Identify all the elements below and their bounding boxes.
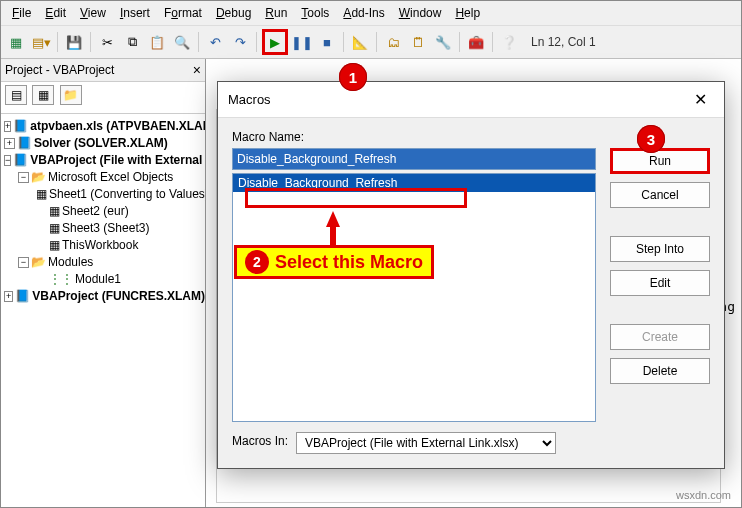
- menu-debug[interactable]: Debug: [209, 3, 258, 23]
- menu-format[interactable]: Format: [157, 3, 209, 23]
- project-explorer-titlebar: Project - VBAProject ×: [1, 59, 205, 82]
- annotation-select-label: 2 Select this Macro: [234, 245, 434, 279]
- tree-solver[interactable]: Solver (SOLVER.XLAM): [34, 135, 168, 152]
- object-browser-icon[interactable]: 🔧: [432, 31, 454, 53]
- tree-module1[interactable]: Module1: [75, 271, 121, 288]
- tree-excel-objects[interactable]: Microsoft Excel Objects: [48, 169, 173, 186]
- menu-tools[interactable]: Tools: [294, 3, 336, 23]
- watermark: wsxdn.com: [676, 489, 731, 501]
- project-explorer-mini-toolbar: ▤ ▦ 📁: [1, 82, 205, 114]
- design-mode-icon[interactable]: 📐: [349, 31, 371, 53]
- close-icon[interactable]: ✕: [686, 90, 714, 109]
- menu-window[interactable]: Window: [392, 3, 449, 23]
- tree-vbaproject-main[interactable]: VBAProject (File with External Link.xlsx…: [30, 152, 205, 169]
- annotation-arrow-stem: [330, 226, 336, 246]
- menu-bar: File Edit View Insert Format Debug Run T…: [1, 1, 741, 26]
- edit-button[interactable]: Edit: [610, 270, 710, 296]
- view-object-icon[interactable]: ▦: [32, 85, 54, 105]
- toolbar: ▦ ▤▾ 💾 ✂ ⧉ 📋 🔍 ↶ ↷ ▶ ❚❚ ■ 📐 🗂 🗒 🔧 🧰 ❔ Ln…: [1, 26, 741, 59]
- macros-dialog-title: Macros: [228, 92, 271, 107]
- annotation-select-highlight: [245, 188, 467, 208]
- tree-sheet2[interactable]: Sheet2 (eur): [62, 203, 129, 220]
- project-explorer-icon[interactable]: 🗂: [382, 31, 404, 53]
- tree-funcres[interactable]: VBAProject (FUNCRES.XLAM): [32, 288, 205, 305]
- project-explorer-title: Project - VBAProject: [5, 63, 114, 77]
- macros-dialog-titlebar: Macros ✕: [218, 82, 724, 118]
- cancel-button[interactable]: Cancel: [610, 182, 710, 208]
- toolbox-icon[interactable]: 🧰: [465, 31, 487, 53]
- toggle-folders-icon[interactable]: 📁: [60, 85, 82, 105]
- find-icon[interactable]: 🔍: [171, 31, 193, 53]
- tree-atpvbaen[interactable]: atpvbaen.xls (ATPVBAEN.XLAM): [30, 118, 205, 135]
- annotation-step-1: 1: [339, 63, 367, 91]
- redo-icon[interactable]: ↷: [229, 31, 251, 53]
- tree-sheet3[interactable]: Sheet3 (Sheet3): [62, 220, 149, 237]
- insert-dropdown-icon[interactable]: ▤▾: [30, 31, 52, 53]
- cursor-position: Ln 12, Col 1: [531, 35, 596, 49]
- annotation-step-3: 3: [637, 125, 665, 153]
- macro-listbox[interactable]: Disable_Background_Refresh: [232, 173, 596, 422]
- run-macro-icon[interactable]: ▶: [262, 29, 288, 55]
- help-icon[interactable]: ❔: [498, 31, 520, 53]
- create-button: Create: [610, 324, 710, 350]
- cut-icon[interactable]: ✂: [96, 31, 118, 53]
- macros-in-select[interactable]: VBAProject (File with External Link.xlsx…: [296, 432, 556, 454]
- save-icon[interactable]: 💾: [63, 31, 85, 53]
- tree-modules-folder[interactable]: Modules: [48, 254, 93, 271]
- menu-file[interactable]: File: [5, 3, 38, 23]
- macro-name-label: Macro Name:: [232, 130, 596, 144]
- undo-icon[interactable]: ↶: [204, 31, 226, 53]
- properties-icon[interactable]: 🗒: [407, 31, 429, 53]
- view-code-icon[interactable]: ▤: [5, 85, 27, 105]
- menu-addins[interactable]: Add-Ins: [336, 3, 391, 23]
- pause-icon[interactable]: ❚❚: [291, 31, 313, 53]
- run-button[interactable]: Run: [610, 148, 710, 174]
- copy-icon[interactable]: ⧉: [121, 31, 143, 53]
- step-into-button[interactable]: Step Into: [610, 236, 710, 262]
- menu-edit[interactable]: Edit: [38, 3, 73, 23]
- project-explorer: Project - VBAProject × ▤ ▦ 📁 +📘atpvbaen.…: [1, 59, 206, 508]
- annotation-arrow: [326, 211, 340, 227]
- paste-icon[interactable]: 📋: [146, 31, 168, 53]
- project-tree[interactable]: +📘atpvbaen.xls (ATPVBAEN.XLAM) +📘Solver …: [1, 114, 205, 305]
- tree-sheet1[interactable]: Sheet1 (Converting to Values): [49, 186, 205, 203]
- macro-name-input[interactable]: [232, 148, 596, 170]
- excel-icon[interactable]: ▦: [5, 31, 27, 53]
- delete-button[interactable]: Delete: [610, 358, 710, 384]
- menu-run[interactable]: Run: [258, 3, 294, 23]
- tree-thisworkbook[interactable]: ThisWorkbook: [62, 237, 138, 254]
- menu-insert[interactable]: Insert: [113, 3, 157, 23]
- project-explorer-close-icon[interactable]: ×: [193, 62, 201, 78]
- menu-help[interactable]: Help: [448, 3, 487, 23]
- stop-icon[interactable]: ■: [316, 31, 338, 53]
- menu-view[interactable]: View: [73, 3, 113, 23]
- macros-in-label: Macros In:: [232, 434, 288, 448]
